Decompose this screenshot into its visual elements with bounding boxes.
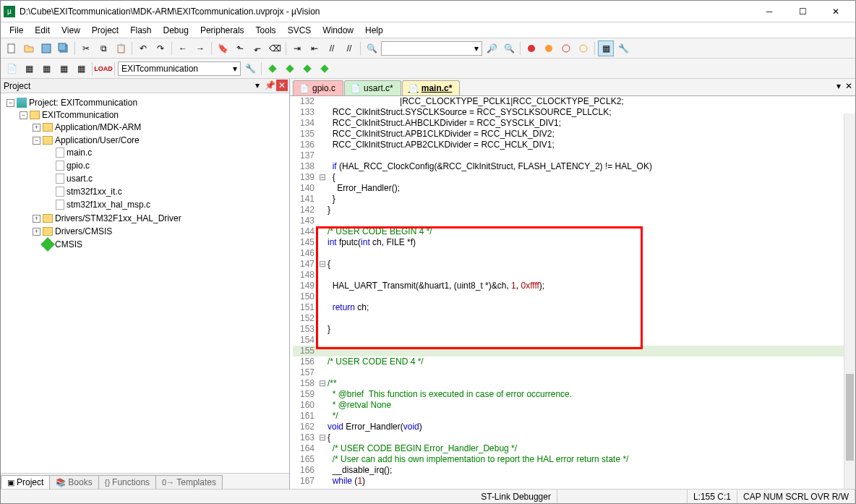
vertical-scrollbar[interactable] — [844, 114, 855, 489]
close-button[interactable]: ✕ — [819, 1, 852, 22]
menu-view[interactable]: View — [57, 24, 85, 37]
tab-dropdown-icon[interactable]: ▾ — [836, 81, 841, 91]
target-options-icon[interactable]: 🔧 — [242, 61, 258, 77]
panel-close-icon[interactable]: ✕ — [276, 80, 288, 91]
tree-file-msp[interactable]: stm32f1xx_hal_msp.c — [44, 199, 286, 210]
status-debugger: ST-Link Debugger — [475, 490, 557, 503]
svg-point-5 — [545, 45, 552, 52]
svg-rect-0 — [8, 44, 14, 53]
select-packs-icon[interactable] — [282, 61, 298, 77]
debug-orange-icon[interactable] — [541, 40, 557, 56]
target-combo[interactable]: EXITcommunication▾ — [118, 61, 241, 76]
debug-red-icon[interactable] — [523, 40, 539, 56]
app-icon: µ — [4, 6, 15, 17]
books-icon[interactable] — [317, 61, 333, 77]
titlebar: µ D:\Cube\EXITcommunication\MDK-ARM\EXIT… — [1, 1, 855, 22]
configure-icon[interactable]: 🔧 — [615, 40, 631, 56]
menu-window[interactable]: Window — [318, 24, 358, 37]
indent-icon[interactable]: ⇥ — [289, 40, 305, 56]
btab-templates[interactable]: 0→ Templates — [155, 475, 223, 489]
new-file-icon[interactable] — [4, 40, 20, 56]
outdent-icon[interactable]: ⇤ — [307, 40, 322, 56]
tree-group-usercore[interactable]: −Application/User/Core — [31, 134, 286, 146]
debug-kill-icon[interactable] — [575, 40, 591, 56]
minimize-button[interactable]: ─ — [753, 1, 786, 22]
save-all-icon[interactable] — [56, 40, 72, 56]
toolbar-main: ✂ ⧉ 📋 ↶ ↷ ← → 🔖 ⬑ ⬐ ⌫ ⇥ ⇤ // // 🔍 ▾ 🔎 🔍 … — [1, 38, 855, 59]
menu-peripherals[interactable]: Peripherals — [196, 24, 249, 37]
redo-icon[interactable]: ↷ — [153, 40, 168, 56]
menu-tools[interactable]: Tools — [252, 24, 281, 37]
bookmark-icon[interactable]: 🔖 — [215, 40, 231, 56]
project-tree[interactable]: −Project: EXITcommunication −EXITcommuni… — [1, 93, 289, 473]
bookmark-clear-icon[interactable]: ⌫ — [267, 40, 283, 56]
window-layout-icon[interactable]: ▦ — [598, 40, 614, 56]
tree-project-root[interactable]: −Project: EXITcommunication — [5, 97, 286, 108]
comment-icon[interactable]: // — [324, 40, 340, 56]
status-indicators: CAP NUM SCRL OVR R/W — [737, 490, 855, 503]
svg-rect-1 — [42, 44, 51, 53]
copy-icon[interactable]: ⧉ — [95, 40, 111, 56]
svg-rect-9 — [286, 64, 294, 72]
tab-main[interactable]: 📄 main.c* — [402, 80, 461, 95]
download-icon[interactable]: LOAD — [95, 61, 111, 77]
tree-file-usart[interactable]: usart.c — [44, 173, 286, 184]
window-title: D:\Cube\EXITcommunication\MDK-ARM\EXITco… — [20, 7, 753, 17]
translate-icon[interactable]: 📄 — [4, 61, 20, 77]
tree-group-cmsis[interactable]: +Drivers/CMSIS — [31, 226, 286, 237]
btab-books[interactable]: 📚 Books — [49, 475, 98, 489]
undo-icon[interactable]: ↶ — [135, 40, 151, 56]
menubar: File Edit View Project Flash Debug Perip… — [1, 22, 855, 38]
menu-flash[interactable]: Flash — [126, 24, 155, 37]
incremental-find-icon[interactable]: 🔍 — [501, 40, 517, 56]
maximize-button[interactable]: ☐ — [786, 1, 819, 22]
bookmark-prev-icon[interactable]: ⬑ — [232, 40, 248, 56]
toolbar-build: 📄 ▦ ▦ ▦ ▦ LOAD EXITcommunication▾ 🔧 — [1, 59, 855, 79]
panel-menu-icon[interactable]: ▾ — [252, 80, 263, 91]
rebuild-icon[interactable]: ▦ — [38, 61, 54, 77]
tree-target[interactable]: −EXITcommunication — [18, 109, 286, 121]
menu-project[interactable]: Project — [87, 24, 123, 37]
tree-group-mdkarm[interactable]: +Application/MDK-ARM — [31, 121, 286, 133]
find-combo[interactable]: ▾ — [381, 41, 482, 56]
tab-gpio[interactable]: 📄 gpio.c — [293, 80, 343, 95]
statusbar: ST-Link Debugger L:155 C:1 CAP NUM SCRL … — [1, 489, 855, 503]
menu-help[interactable]: Help — [361, 24, 388, 37]
save-icon[interactable] — [38, 40, 54, 56]
project-bottom-tabs: ▣ Project 📚 Books {} Functions 0→ Templa… — [1, 473, 289, 489]
uncomment-icon[interactable]: // — [341, 40, 357, 56]
build-icon[interactable]: ▦ — [21, 61, 37, 77]
find-in-files-icon[interactable]: 🔎 — [484, 40, 500, 56]
pack-installer-icon[interactable] — [299, 61, 315, 77]
tree-file-it[interactable]: stm32f1xx_it.c — [44, 186, 286, 197]
debug-disable-icon[interactable] — [558, 40, 574, 56]
menu-debug[interactable]: Debug — [159, 24, 193, 37]
tree-cmsis-pack[interactable]: CMSIS — [31, 239, 286, 250]
tab-usart[interactable]: 📄 usart.c* — [344, 80, 401, 95]
panel-pin-icon[interactable]: 📌 — [264, 80, 275, 91]
menu-svcs[interactable]: SVCS — [283, 24, 316, 37]
tree-file-main[interactable]: main.c — [44, 147, 286, 158]
find-icon[interactable]: 🔍 — [364, 40, 380, 56]
svg-rect-11 — [320, 64, 328, 72]
nav-fwd-icon[interactable]: → — [192, 40, 208, 56]
menu-file[interactable]: File — [5, 24, 27, 37]
nav-back-icon[interactable]: ← — [175, 40, 191, 56]
tree-file-gpio[interactable]: gpio.c — [44, 160, 286, 171]
status-cursor: L:155 C:1 — [688, 490, 737, 503]
open-file-icon[interactable] — [21, 40, 37, 56]
batch-build-icon[interactable]: ▦ — [56, 61, 72, 77]
tab-close-icon[interactable]: ✕ — [845, 81, 852, 91]
svg-rect-3 — [59, 43, 66, 51]
btab-functions[interactable]: {} Functions — [98, 475, 156, 489]
stop-build-icon[interactable]: ▦ — [73, 61, 89, 77]
manage-rte-icon[interactable] — [265, 61, 281, 77]
bookmark-next-icon[interactable]: ⬐ — [249, 40, 265, 56]
svg-point-4 — [528, 45, 535, 52]
code-editor[interactable]: 132 |RCC_CLOCKTYPE_PCLK1|RCC_CLOCKTYPE_P… — [290, 96, 855, 489]
tree-group-haldrv[interactable]: +Drivers/STM32F1xx_HAL_Driver — [31, 213, 286, 224]
paste-icon[interactable]: 📋 — [113, 40, 129, 56]
menu-edit[interactable]: Edit — [30, 24, 54, 37]
btab-project[interactable]: ▣ Project — [1, 475, 50, 489]
cut-icon[interactable]: ✂ — [78, 40, 94, 56]
